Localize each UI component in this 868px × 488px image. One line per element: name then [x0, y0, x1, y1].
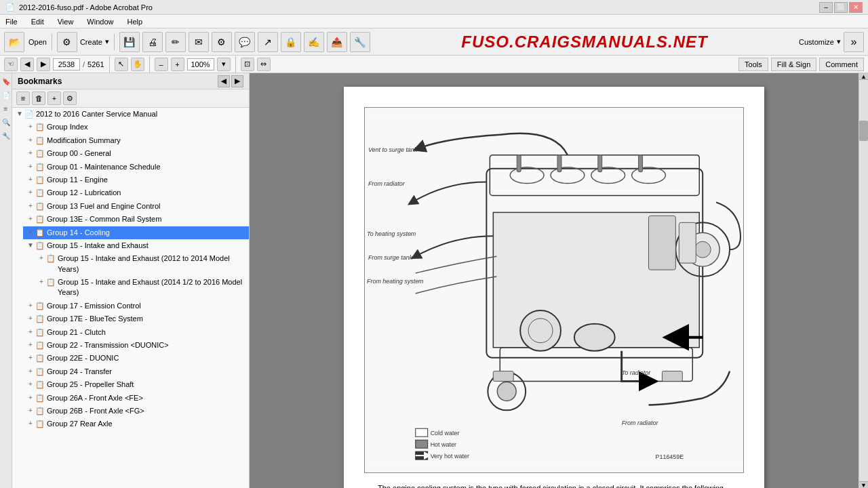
- zoom-input[interactable]: 100%: [187, 58, 214, 70]
- bookmark-tree[interactable]: ▼ 📄 2012 to 2016 Canter Service Manual +…: [12, 108, 249, 488]
- open-button[interactable]: 📂: [4, 32, 24, 52]
- list-view-btn[interactable]: ≡: [16, 92, 30, 105]
- toggle[interactable]: +: [26, 340, 35, 350]
- selected-item[interactable]: + 📋 Group 14 - Cooling: [23, 226, 249, 239]
- list-item[interactable]: + 📋 Group 13 Fuel and Engine Control: [23, 200, 249, 213]
- content-area[interactable]: Vent to surge tank From radiator To heat…: [250, 73, 859, 488]
- toggle[interactable]: +: [26, 136, 35, 145]
- comment-btn[interactable]: Comment: [819, 58, 864, 71]
- list-item[interactable]: + 📋 Group 17 - Emission Control: [23, 300, 249, 312]
- toggle[interactable]: +: [37, 277, 46, 287]
- toggle[interactable]: +: [26, 214, 35, 224]
- delete-btn[interactable]: 🗑: [32, 92, 45, 105]
- toggle[interactable]: +: [26, 148, 35, 158]
- toggle[interactable]: +: [26, 314, 35, 323]
- export-btn[interactable]: 📤: [327, 32, 347, 52]
- list-item[interactable]: + 📋 Group 24 - Transfer: [23, 365, 249, 378]
- toggle[interactable]: +: [26, 175, 35, 184]
- toggle[interactable]: +: [37, 253, 46, 263]
- toggle[interactable]: +: [26, 228, 35, 237]
- save-button[interactable]: 💾: [119, 32, 140, 52]
- nav-forward[interactable]: ▶: [37, 58, 50, 71]
- toggle[interactable]: +: [26, 393, 35, 403]
- list-item[interactable]: + 📋 Group Index: [23, 121, 249, 134]
- list-item[interactable]: + 📋 Group 12 - Lubrication: [23, 186, 249, 199]
- list-item[interactable]: + 📋 Group 15 - Intake and Exhaust (2014 …: [34, 276, 249, 300]
- list-item[interactable]: + 📋 Group 22 - Transmission <DUONIC>: [23, 339, 249, 352]
- tools-btn[interactable]: Tools: [738, 58, 768, 71]
- list-item[interactable]: + 📋 Group 26A - Front Axle <FE>: [23, 392, 249, 405]
- bookmark-icon[interactable]: 🔖: [1, 76, 12, 87]
- tools-side-icon[interactable]: 🔧: [1, 130, 12, 141]
- toggle[interactable]: +: [26, 406, 35, 415]
- page-icon[interactable]: 📄: [1, 89, 12, 100]
- settings-button[interactable]: ⚙: [212, 32, 232, 52]
- fit-page[interactable]: ⊡: [241, 58, 254, 71]
- expand-panel-btn[interactable]: ▶: [231, 75, 243, 87]
- protect-btn[interactable]: 🔒: [281, 32, 301, 52]
- hand-tool[interactable]: ✋: [131, 58, 144, 71]
- toggle[interactable]: +: [26, 380, 35, 389]
- search-icon[interactable]: 🔍: [1, 117, 12, 127]
- edit-button[interactable]: ✏: [165, 32, 186, 52]
- layers-icon[interactable]: ≡: [1, 103, 12, 114]
- fit-width[interactable]: ⇔: [257, 58, 271, 71]
- expand-btn[interactable]: »: [844, 32, 864, 52]
- properties-btn[interactable]: ⚙: [63, 92, 77, 105]
- toggle[interactable]: +: [26, 327, 35, 337]
- print-button[interactable]: 🖨: [142, 32, 163, 52]
- close-button[interactable]: ✕: [849, 2, 863, 13]
- list-item[interactable]: + 📋 Group 11 - Engine: [23, 174, 249, 186]
- nav-back[interactable]: ◀: [20, 58, 34, 71]
- list-item[interactable]: + 📋 Group 21 - Clutch: [23, 326, 249, 339]
- page-number-input[interactable]: 2538: [53, 58, 80, 70]
- root-toggle[interactable]: ▼: [15, 109, 24, 119]
- list-item[interactable]: ▼ 📋 Group 15 - Intake and Exhaust: [23, 239, 249, 252]
- toggle[interactable]: ▼: [26, 241, 35, 250]
- toggle[interactable]: +: [26, 353, 35, 363]
- zoom-in[interactable]: +: [171, 58, 184, 71]
- fill-sign-btn[interactable]: Fill & Sign: [771, 58, 817, 71]
- menu-edit[interactable]: Edit: [28, 16, 47, 27]
- list-item[interactable]: + 📋 Modification Summary: [23, 134, 249, 147]
- list-item[interactable]: + 📋 Group 26B - Front Axle <FG>: [23, 405, 249, 418]
- scroll-track[interactable]: [859, 80, 868, 481]
- comment-btn[interactable]: 💬: [235, 32, 255, 52]
- list-item[interactable]: + 📋 Group 22E - DUONIC: [23, 352, 249, 365]
- scroll-up-btn[interactable]: ▲: [859, 73, 868, 80]
- zoom-out[interactable]: –: [155, 58, 168, 71]
- share-btn[interactable]: ↗: [258, 32, 278, 52]
- toggle[interactable]: +: [26, 188, 35, 197]
- toggle[interactable]: +: [26, 301, 35, 310]
- list-item[interactable]: + 📋 Group 13E - Common Rail System: [23, 213, 249, 226]
- list-item[interactable]: + 📋 Group 15 - Intake and Exhaust (2012 …: [34, 252, 249, 276]
- add-btn[interactable]: +: [47, 92, 61, 105]
- menu-help[interactable]: Help: [124, 16, 145, 27]
- list-item[interactable]: + 📋 Group 27 Rear Axle: [23, 418, 249, 430]
- customize-arrow[interactable]: ▾: [837, 37, 841, 46]
- toggle[interactable]: +: [26, 162, 35, 171]
- menu-view[interactable]: View: [55, 16, 77, 27]
- scroll-down-btn[interactable]: ▼: [859, 481, 868, 488]
- nav-hand-back[interactable]: ☜: [4, 58, 18, 71]
- sign-btn[interactable]: ✍: [304, 32, 324, 52]
- menu-file[interactable]: File: [3, 16, 20, 27]
- toggle[interactable]: +: [26, 122, 35, 131]
- scroll-thumb[interactable]: [859, 121, 868, 141]
- zoom-dropdown[interactable]: ▾: [217, 58, 231, 71]
- menu-window[interactable]: Window: [84, 16, 116, 27]
- collapse-btn[interactable]: ◀: [218, 75, 230, 87]
- create-button[interactable]: ⚙: [57, 32, 77, 52]
- list-item[interactable]: + 📋 Group 17E - BlueTec System: [23, 312, 249, 325]
- tree-root[interactable]: ▼ 📄 2012 to 2016 Canter Service Manual: [12, 108, 249, 121]
- list-item[interactable]: + 📋 Group 01 - Maintenance Schedule: [23, 161, 249, 174]
- list-item[interactable]: + 📋 Group 00 - General: [23, 147, 249, 160]
- toggle[interactable]: +: [26, 419, 35, 428]
- customize-label[interactable]: Customize: [799, 38, 834, 46]
- minimize-button[interactable]: –: [819, 2, 833, 13]
- toggle[interactable]: +: [26, 367, 35, 376]
- email-button[interactable]: ✉: [189, 32, 209, 52]
- restore-button[interactable]: ⬜: [834, 2, 848, 13]
- list-item[interactable]: + 📋 Group 25 - Propeller Shaft: [23, 378, 249, 391]
- right-scrollbar[interactable]: ▲ ▼: [859, 73, 868, 488]
